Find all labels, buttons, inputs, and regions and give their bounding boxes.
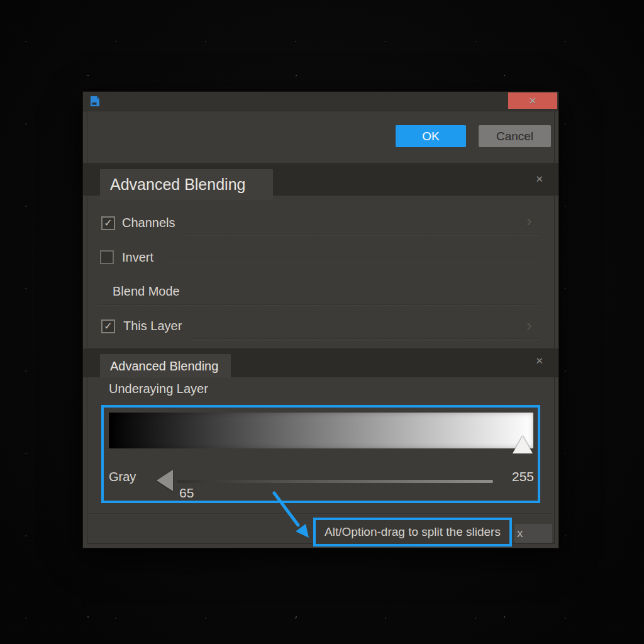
this-layer-label: This Layer (123, 319, 182, 333)
divider (167, 256, 539, 257)
footer-divider (89, 513, 553, 514)
cancel-button-label: Cancel (496, 130, 533, 143)
divider (191, 338, 539, 340)
tooltip-highlight-box: Alt/Option-drag to split the sliders (313, 518, 512, 547)
slider-track[interactable] (177, 480, 493, 483)
chevron-right-icon[interactable]: › (526, 317, 532, 333)
chevron-right-icon[interactable]: › (526, 213, 532, 229)
panel2-title: Advanced Blending (110, 359, 218, 374)
check-icon: ✓ (104, 218, 112, 228)
channels-checkbox[interactable]: ✓ (101, 216, 115, 230)
footer-close-button[interactable]: x (514, 524, 552, 543)
ok-button-label: OK (422, 130, 439, 143)
tooltip-text: Alt/Option-drag to split the sliders (325, 525, 501, 539)
channels-label: Channels (122, 216, 175, 230)
invert-label: Invert (122, 250, 153, 265)
underlying-layer-label: Underaying Layer (109, 382, 208, 396)
ok-button[interactable]: OK (396, 125, 466, 147)
blending-options-dialog: ✕ OK Cancel Advanced Blending ✕ ✓ Channe… (82, 91, 559, 548)
divider (98, 304, 539, 306)
close-icon: x (517, 526, 523, 540)
blend-mode-label: Blend Mode (113, 284, 180, 299)
invert-checkbox[interactable] (100, 250, 114, 264)
close-icon: ✕ (528, 95, 536, 107)
panel1-tab[interactable]: Advanced Blending (100, 169, 273, 200)
panel2-close-icon[interactable]: ✕ (535, 355, 543, 367)
panel1-close-icon[interactable]: ✕ (535, 174, 543, 185)
divider (184, 235, 539, 236)
panel1-title: Advanced Blending (110, 175, 245, 194)
panel2-tab[interactable]: Advanced Blending (100, 354, 231, 378)
dialog-titlebar (83, 92, 558, 111)
check-icon: ✓ (104, 321, 112, 331)
cancel-button[interactable]: Cancel (479, 125, 551, 147)
gray-max-value: 255 (498, 469, 534, 484)
this-layer-checkbox[interactable]: ✓ (101, 319, 115, 333)
gray-current-value: 65 (179, 486, 194, 501)
left-slider-handle[interactable] (157, 470, 173, 491)
gradient-slider-handle[interactable] (513, 436, 533, 453)
window-close-button[interactable]: ✕ (508, 92, 557, 109)
document-copy-icon (88, 94, 102, 108)
